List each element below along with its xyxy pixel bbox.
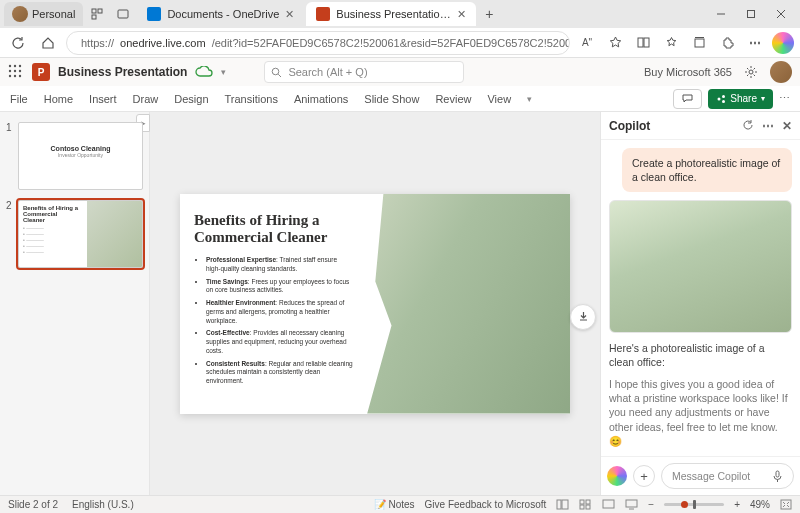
saved-to-cloud-icon[interactable] [195, 66, 213, 78]
search-box[interactable]: Search (Alt + Q) [264, 61, 464, 83]
collections-icon[interactable] [688, 32, 710, 54]
svg-point-26 [722, 95, 725, 98]
svg-rect-10 [644, 38, 649, 47]
svg-point-20 [14, 75, 16, 77]
copilot-close-icon[interactable]: ✕ [782, 119, 792, 133]
favorites-bar-icon[interactable] [660, 32, 682, 54]
favorite-icon[interactable] [604, 32, 626, 54]
main-area: ▸ 1 Contoso Cleaning Investor Opportunit… [0, 112, 800, 495]
slide-title: Benefits of Hiring a Commercial Cleaner [194, 212, 353, 247]
thumbnail-2[interactable]: 2 Benefits of Hiring a Commercial Cleane… [6, 200, 143, 268]
language-status[interactable]: English (U.S.) [72, 499, 134, 510]
ribbon-more-icon[interactable]: ⋯ [779, 92, 790, 105]
window-titlebar: Personal Documents - OneDrive ✕ Business… [0, 0, 800, 28]
document-title[interactable]: Business Presentation [58, 65, 187, 79]
close-window-button[interactable] [766, 0, 796, 28]
ribbon-tab-draw[interactable]: Draw [133, 93, 159, 105]
copilot-body: Create a photorealistic image of a clean… [601, 140, 800, 456]
svg-point-16 [9, 70, 11, 72]
profile-label: Personal [32, 8, 75, 20]
reading-view-icon[interactable] [602, 499, 615, 510]
copilot-header: Copilot ⋯ ✕ [601, 112, 800, 140]
edge-profile-tab[interactable]: Personal [4, 2, 83, 26]
workspaces-icon[interactable] [87, 4, 107, 24]
svg-point-22 [273, 68, 280, 75]
feedback-link[interactable]: Give Feedback to Microsoft [425, 499, 547, 510]
reader-mode-icon[interactable]: A" [576, 32, 598, 54]
ribbon-tab-slideshow[interactable]: Slide Show [364, 93, 419, 105]
svg-rect-32 [586, 500, 590, 504]
slide-counter[interactable]: Slide 2 of 2 [8, 499, 58, 510]
ribbon-tab-file[interactable]: File [10, 93, 28, 105]
ribbon-chevron-icon[interactable]: ▾ [527, 94, 532, 104]
ribbon-tab-insert[interactable]: Insert [89, 93, 117, 105]
extensions-icon[interactable] [716, 32, 738, 54]
fit-to-window-icon[interactable] [780, 499, 792, 510]
slide-canvas[interactable]: Benefits of Hiring a Commercial Cleaner … [150, 112, 600, 495]
user-avatar-icon[interactable] [770, 61, 792, 83]
slide-content[interactable]: Benefits of Hiring a Commercial Cleaner … [180, 194, 570, 414]
copilot-input-row: + Message Copilot [601, 456, 800, 495]
share-button[interactable]: Share▾ [708, 89, 773, 109]
address-bar[interactable]: https://onedrive.live.com/edit?id=52FAF0… [66, 31, 570, 55]
generated-image[interactable] [609, 200, 792, 332]
home-button[interactable] [36, 31, 60, 55]
copilot-add-button[interactable]: + [633, 465, 655, 487]
split-screen-icon[interactable] [632, 32, 654, 54]
thumb2-title: Benefits of Hiring a Commercial Cleaner [23, 205, 81, 223]
copilot-response-2: I hope this gives you a good idea of wha… [609, 377, 792, 448]
powerpoint-logo-icon [32, 63, 50, 81]
slide-image [367, 194, 570, 414]
thumbnail-1[interactable]: 1 Contoso Cleaning Investor Opportunity [6, 122, 143, 190]
zoom-level[interactable]: 49% [750, 499, 770, 510]
copilot-input[interactable]: Message Copilot [661, 463, 794, 489]
svg-rect-29 [557, 500, 561, 509]
browser-tab-powerpoint[interactable]: Business Presentation.pptx - Mic… ✕ [306, 2, 476, 26]
tab-label: Documents - OneDrive [167, 8, 279, 20]
browser-more-icon[interactable]: ⋯ [744, 32, 766, 54]
slideshow-view-icon[interactable] [625, 499, 638, 510]
copilot-refresh-icon[interactable] [742, 119, 754, 133]
app-launcher-icon[interactable] [8, 64, 24, 80]
slide-sorter-icon[interactable] [579, 499, 592, 510]
app-header: Business Presentation ▾ Search (Alt + Q)… [0, 58, 800, 86]
zoom-out-icon[interactable]: − [648, 499, 654, 510]
minimize-button[interactable] [706, 0, 736, 28]
settings-icon[interactable] [740, 61, 762, 83]
ribbon-tab-transitions[interactable]: Transitions [225, 93, 278, 105]
ribbon-tab-design[interactable]: Design [174, 93, 208, 105]
copilot-title: Copilot [609, 119, 650, 133]
ribbon-tab-home[interactable]: Home [44, 93, 73, 105]
mic-icon[interactable] [772, 470, 783, 483]
refresh-button[interactable] [6, 31, 30, 55]
svg-rect-36 [626, 500, 637, 507]
comments-button[interactable] [673, 89, 702, 109]
thumb-number: 1 [6, 122, 14, 190]
normal-view-icon[interactable] [556, 499, 569, 510]
svg-point-25 [718, 97, 721, 100]
chevron-down-icon[interactable]: ▾ [221, 67, 226, 77]
ribbon-tab-animations[interactable]: Animations [294, 93, 348, 105]
svg-rect-2 [92, 15, 96, 19]
zoom-slider[interactable] [664, 503, 724, 506]
edge-copilot-icon[interactable] [772, 32, 794, 54]
notes-button[interactable]: 📝 Notes [374, 499, 415, 510]
status-bar: Slide 2 of 2 English (U.S.) 📝 Notes Give… [0, 495, 800, 513]
maximize-button[interactable] [736, 0, 766, 28]
svg-point-18 [19, 70, 21, 72]
tab-actions-icon[interactable] [113, 4, 133, 24]
tab-close-icon[interactable]: ✕ [457, 8, 466, 21]
slide-thumbnails-panel: ▸ 1 Contoso Cleaning Investor Opportunit… [0, 112, 150, 495]
thumb-number: 2 [6, 200, 14, 268]
ribbon-tab-view[interactable]: View [487, 93, 511, 105]
copilot-more-icon[interactable]: ⋯ [762, 119, 774, 133]
zoom-in-icon[interactable]: + [734, 499, 740, 510]
new-tab-button[interactable]: + [478, 3, 500, 25]
download-floater-icon[interactable] [570, 304, 596, 330]
svg-rect-9 [638, 38, 643, 47]
svg-point-19 [9, 75, 11, 77]
tab-close-icon[interactable]: ✕ [285, 8, 294, 21]
ribbon-tab-review[interactable]: Review [435, 93, 471, 105]
buy-microsoft-365-link[interactable]: Buy Microsoft 365 [644, 66, 732, 78]
browser-tab-onedrive[interactable]: Documents - OneDrive ✕ [137, 2, 304, 26]
